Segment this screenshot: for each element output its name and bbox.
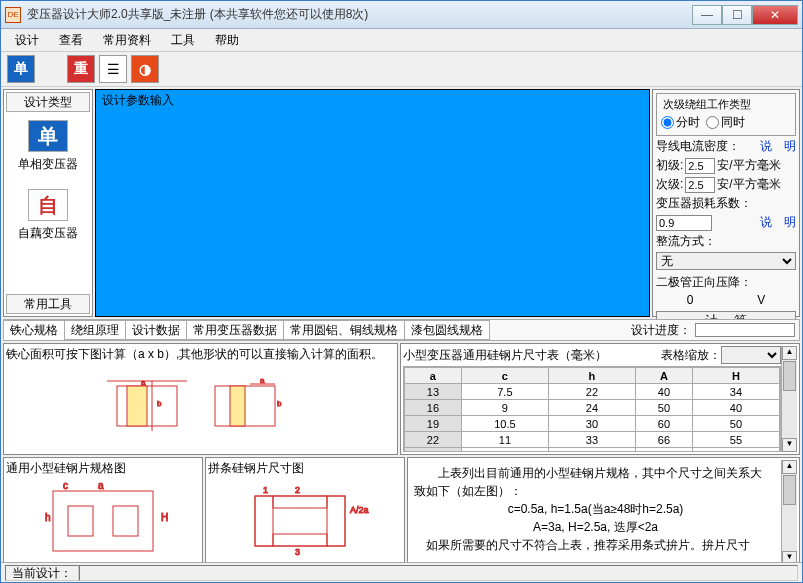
design-input-header: 设计参数输入 [102,92,174,109]
titlebar: DE 变压器设计大师2.0共享版_未注册 (本共享软件您还可以使用8次) — ☐… [1,1,802,29]
core-diagrams: ab ab [6,363,395,452]
maximize-button[interactable]: ☐ [722,5,752,25]
text-scrollbar[interactable]: ▲ ▼ [781,460,797,562]
rect-label: 整流方式： [656,233,716,250]
radio-split[interactable]: 分时 [661,114,700,131]
th-A: A [636,368,693,384]
svg-text:c: c [63,481,68,491]
menu-tools[interactable]: 工具 [163,30,203,51]
svg-text:A/2a: A/2a [350,505,369,515]
auto-transformer-label[interactable]: 自藕变压器 [18,225,78,242]
primary-label: 初级: [656,157,683,174]
spec-diagram: hcaH [6,477,200,562]
menubar: 设计 查看 常用资料 工具 帮助 [1,29,802,51]
progress-label: 设计进度： [631,322,691,339]
core-shape-2: ab [205,376,295,440]
tool-calc-button[interactable]: ☰ [99,55,127,83]
status-value [79,565,798,581]
radio-same[interactable]: 同时 [706,114,745,131]
app-icon: DE [5,7,21,23]
design-type-tab[interactable]: 设计类型 [6,92,90,112]
content: 设计类型 单 单相变压器 自 自藕变压器 常用工具 设计参数输入 次级绕组工作类… [1,87,802,562]
table-row[interactable]: 1910.5306050 [405,416,780,432]
tab-common-trans[interactable]: 常用变压器数据 [186,320,284,340]
minimize-button[interactable]: — [692,5,722,25]
loss-label: 变压器损耗系数： [656,195,752,212]
table-header-row: a c h A H [405,368,780,384]
loss-help-link[interactable]: 说 明 [760,214,796,231]
zoom-select[interactable] [721,346,781,364]
core-shape-1: ab [107,376,197,440]
svg-text:a: a [141,378,146,387]
window-title: 变压器设计大师2.0共享版_未注册 (本共享软件您还可以使用8次) [27,6,692,23]
rect-select[interactable]: 无 [656,252,796,270]
single-phase-icon[interactable]: 单 [28,120,68,152]
svg-rect-1 [127,386,147,426]
progress-bar [695,323,795,337]
description-text: 上表列出目前通用的小型硅钢片规格，其中个尺寸之间关系大 致如下（如左图）： c=… [410,460,781,562]
th-H: H [692,368,779,384]
left-panel: 设计类型 单 单相变压器 自 自藕变压器 常用工具 [3,89,93,317]
table-row[interactable]: 2537.57062.5 [405,448,780,453]
window-controls: — ☐ ✕ [692,5,798,25]
tool-reset-button[interactable]: 重 [67,55,95,83]
table-row[interactable]: 137.5224034 [405,384,780,400]
core-diagram-panel: 铁心面积可按下图计算（a x b）,其他形状的可以直接输入计算的面积。 ab a… [3,343,398,455]
text-scroll-thumb[interactable] [783,475,796,505]
scroll-thumb[interactable] [783,361,796,391]
size-table-title: 小型变压器通用硅钢片尺寸表（毫米） [403,347,661,364]
svg-text:h: h [45,512,51,523]
tab-design-data[interactable]: 设计数据 [125,320,187,340]
tool-power-button[interactable]: ◑ [131,55,159,83]
left-body: 单 单相变压器 自 自藕变压器 [4,114,92,292]
menu-design[interactable]: 设计 [7,30,47,51]
status-current: 当前设计： [5,565,79,581]
strip-diagram-panel: 拼条硅钢片尺寸图 123A/2a [205,457,405,562]
scroll-down-button[interactable]: ▼ [782,438,797,452]
text-scroll-down[interactable]: ▼ [782,551,797,562]
loss-input[interactable] [656,215,712,231]
svg-rect-12 [68,506,93,536]
app-window: DE 变压器设计大师2.0共享版_未注册 (本共享软件您还可以使用8次) — ☐… [0,0,803,583]
design-input-area: 设计参数输入 [95,89,650,317]
th-h: h [548,368,635,384]
svg-text:b: b [157,399,162,408]
diode-zero: 0 [687,293,694,307]
menu-help[interactable]: 帮助 [207,30,247,51]
menu-data[interactable]: 常用资料 [95,30,159,51]
secondary-input[interactable] [685,177,715,193]
svg-rect-22 [273,534,327,546]
menu-view[interactable]: 查看 [51,30,91,51]
tab-wire-al[interactable]: 常用圆铝、铜线规格 [283,320,405,340]
table-row[interactable]: 169245040 [405,400,780,416]
strip-diagram: 123A/2a [208,477,402,562]
top-row: 设计类型 单 单相变压器 自 自藕变压器 常用工具 设计参数输入 次级绕组工作类… [3,89,800,317]
close-button[interactable]: ✕ [752,5,798,25]
size-table-panel: 小型变压器通用硅钢片尺寸表（毫米） 表格缩放： a c h A H [400,343,800,455]
secondary-unit: 安/平方毫米 [717,176,780,193]
tab-winding[interactable]: 绕组原理 [64,320,126,340]
table-row[interactable]: 2211336655 [405,432,780,448]
svg-text:3: 3 [295,547,300,557]
tool-single-button[interactable]: 单 [7,55,35,83]
auto-transformer-icon[interactable]: 自 [28,189,68,221]
zoom-label: 表格缩放： [661,347,721,364]
table-wrapper: a c h A H 137.5224034 169245040 1910.530… [403,366,781,452]
svg-text:1: 1 [263,485,268,495]
diode-unit: V [757,293,765,307]
table-scrollbar[interactable]: ▲ ▼ [781,346,797,452]
svg-text:a: a [260,376,265,385]
secondary-label: 次级: [656,176,683,193]
tab-core-spec[interactable]: 铁心规格 [3,320,65,340]
primary-input[interactable] [685,158,715,174]
scroll-up-button[interactable]: ▲ [782,346,797,360]
common-tools-tab[interactable]: 常用工具 [6,294,90,314]
tab-wire-enam[interactable]: 漆包圆线规格 [404,320,490,340]
text-scroll-up[interactable]: ▲ [782,460,797,474]
spec-diagram-panel: 通用小型硅钢片规格图 hcaH [3,457,203,562]
single-phase-label[interactable]: 单相变压器 [18,156,78,173]
core-diagram-title: 铁心面积可按下图计算（a x b）,其他形状的可以直接输入计算的面积。 [6,346,395,363]
winding-type-title: 次级绕组工作类型 [661,97,753,112]
svg-text:2: 2 [295,485,300,495]
density-help-link[interactable]: 说 明 [760,138,796,155]
